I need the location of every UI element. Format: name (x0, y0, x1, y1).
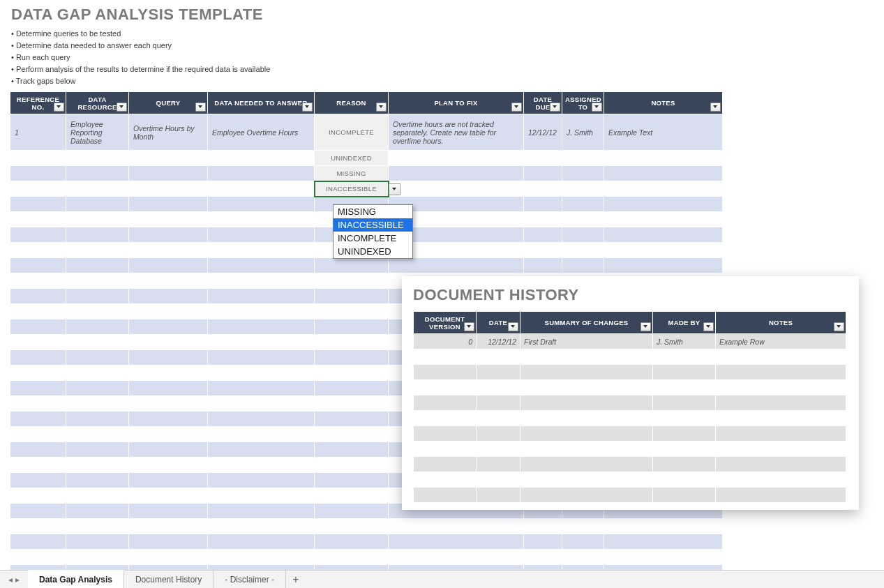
cell[interactable] (477, 426, 520, 442)
cell[interactable] (208, 488, 315, 504)
column-header[interactable]: MADE BY (653, 312, 716, 334)
cell[interactable] (10, 243, 66, 258)
cell[interactable] (208, 227, 315, 243)
column-header[interactable]: DOCUMENT VERSION (414, 312, 477, 334)
cell[interactable] (66, 427, 129, 442)
cell[interactable] (208, 396, 315, 412)
cell[interactable] (524, 550, 562, 565)
cell[interactable]: INCOMPLETE (315, 114, 389, 151)
cell[interactable] (66, 412, 129, 427)
cell[interactable] (389, 534, 524, 550)
filter-icon[interactable] (376, 103, 387, 112)
filter-icon[interactable] (703, 322, 714, 331)
cell[interactable] (389, 258, 524, 273)
cell[interactable] (129, 289, 208, 304)
cell[interactable] (10, 442, 66, 458)
cell[interactable] (414, 349, 477, 365)
cell[interactable] (477, 395, 520, 411)
column-header[interactable]: DATA RESOURCE (66, 92, 129, 114)
cell[interactable] (315, 427, 389, 442)
cell[interactable] (520, 472, 653, 488)
cell[interactable] (208, 335, 315, 350)
cell[interactable] (562, 197, 604, 212)
filter-icon[interactable] (511, 103, 522, 112)
cell[interactable] (66, 504, 129, 519)
cell[interactable] (10, 289, 66, 304)
filter-icon[interactable] (640, 322, 651, 331)
column-header[interactable]: DATE DUE (524, 92, 562, 114)
cell[interactable] (208, 550, 315, 565)
cell[interactable] (414, 411, 477, 426)
cell[interactable] (10, 488, 66, 504)
cell[interactable] (315, 550, 389, 565)
cell[interactable] (129, 212, 208, 227)
cell[interactable] (10, 181, 66, 197)
cell[interactable] (315, 289, 389, 304)
cell[interactable] (716, 472, 846, 488)
cell[interactable] (477, 457, 520, 472)
sheet-tab[interactable]: Document History (124, 571, 213, 588)
cell[interactable] (315, 488, 389, 504)
cell[interactable] (10, 273, 66, 289)
cell[interactable] (208, 519, 315, 534)
cell[interactable] (477, 380, 520, 395)
cell[interactable] (66, 488, 129, 504)
cell[interactable] (477, 411, 520, 426)
cell[interactable] (10, 166, 66, 181)
cell[interactable] (389, 550, 524, 565)
cell[interactable] (716, 365, 846, 380)
cell[interactable] (315, 534, 389, 550)
cell[interactable] (129, 350, 208, 365)
sheet-tab[interactable]: - Disclaimer - (213, 571, 286, 588)
cell[interactable] (208, 381, 315, 396)
cell[interactable] (66, 243, 129, 258)
cell[interactable] (389, 181, 524, 197)
cell[interactable] (716, 488, 846, 503)
cell[interactable] (129, 319, 208, 335)
cell[interactable] (66, 396, 129, 412)
dropdown-option[interactable]: INCOMPLETE (334, 232, 412, 245)
cell[interactable]: 0 (414, 334, 477, 349)
cell[interactable] (66, 212, 129, 227)
cell[interactable] (604, 151, 723, 166)
cell[interactable]: Example Text (604, 114, 723, 151)
cell[interactable] (562, 212, 604, 227)
cell[interactable] (315, 350, 389, 365)
cell[interactable] (10, 534, 66, 550)
cell[interactable] (208, 166, 315, 181)
column-header[interactable]: PLAN TO FIX (389, 92, 524, 114)
cell[interactable] (129, 427, 208, 442)
cell[interactable] (716, 442, 846, 457)
cell[interactable] (208, 197, 315, 212)
cell[interactable] (208, 181, 315, 197)
cell[interactable] (604, 212, 723, 227)
cell[interactable] (129, 181, 208, 197)
cell[interactable] (520, 457, 653, 472)
dropdown-option[interactable]: UNINDEXED (334, 245, 412, 258)
cell[interactable] (653, 380, 716, 395)
cell[interactable] (10, 504, 66, 519)
filter-icon[interactable] (302, 103, 313, 112)
cell[interactable] (10, 258, 66, 273)
cell[interactable] (562, 519, 604, 534)
add-sheet-button[interactable]: + (286, 571, 306, 588)
cell[interactable] (129, 550, 208, 565)
cell[interactable] (129, 504, 208, 519)
cell[interactable] (524, 534, 562, 550)
cell[interactable] (653, 442, 716, 457)
cell[interactable] (208, 151, 315, 166)
cell[interactable] (129, 258, 208, 273)
cell[interactable] (315, 504, 389, 519)
sheet-tab[interactable]: Data Gap Analysis (28, 570, 124, 588)
cell[interactable] (389, 151, 524, 166)
cell[interactable] (66, 258, 129, 273)
cell[interactable] (653, 411, 716, 426)
cell[interactable]: Example Row (716, 334, 846, 349)
cell[interactable] (66, 304, 129, 319)
cell[interactable]: First Draft (520, 334, 653, 349)
cell[interactable] (414, 488, 477, 503)
cell[interactable]: UNINDEXED (315, 151, 389, 166)
cell[interactable] (562, 166, 604, 181)
cell[interactable] (129, 197, 208, 212)
cell[interactable] (129, 458, 208, 473)
